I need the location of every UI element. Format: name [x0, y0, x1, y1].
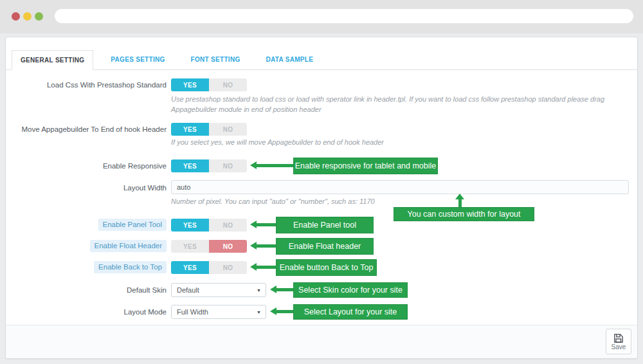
annotation-arrow-icon — [257, 266, 276, 269]
label-load-css: Load Css With Prestashop Standard — [6, 78, 167, 91]
select-value: Full Width — [177, 308, 208, 316]
label-enable-responsive: Enable Responsive — [6, 159, 167, 172]
label-enable-float-header: Enable Float Header — [6, 239, 167, 252]
layout-mode-select[interactable]: Full Width ▼ — [171, 305, 266, 319]
browser-chrome — [0, 0, 643, 33]
toggle-move-appagebuilder: YES NO — [171, 123, 247, 136]
toggle-load-css-yes[interactable]: YES — [171, 78, 209, 91]
screen: GENERAL SETTING PAGES SETTING FONT SETTI… — [0, 0, 643, 364]
toggle-load-css-no[interactable]: NO — [209, 78, 247, 91]
maximize-icon[interactable] — [35, 12, 43, 21]
annotation-layout-width: You can custom width for layout — [394, 207, 534, 221]
annotation-arrow-icon — [257, 244, 276, 248]
annotation-default-skin: Select Skin color for your site — [293, 282, 408, 298]
help-layout-width: Number of pixel. You can input "auto" or… — [171, 196, 493, 206]
annotation-arrow-icon — [257, 223, 276, 226]
panel-footer: Save — [6, 325, 637, 358]
tab-general-setting[interactable]: GENERAL SETTING — [12, 50, 93, 70]
tab-font-setting[interactable]: FONT SETTING — [183, 50, 249, 69]
annotation-arrow-icon — [276, 288, 293, 291]
close-icon[interactable] — [12, 12, 20, 21]
toggle-enable-back-to-top-no[interactable]: NO — [209, 261, 247, 274]
save-icon — [613, 333, 624, 343]
toggle-enable-responsive: YES NO — [171, 159, 247, 172]
save-button-label: Save — [611, 344, 626, 350]
select-value: Default — [177, 286, 199, 294]
toggle-enable-responsive-no[interactable]: NO — [209, 159, 247, 172]
annotation-arrow-icon — [276, 310, 293, 313]
label-chip: Enable Back to Top — [94, 261, 167, 273]
tab-data-sample[interactable]: DATA SAMPLE — [258, 50, 322, 69]
toggle-enable-back-to-top-yes[interactable]: YES — [171, 261, 209, 274]
default-skin-select[interactable]: Default ▼ — [171, 283, 266, 297]
label-layout-mode: Layout Mode — [6, 305, 167, 319]
minimize-icon[interactable] — [23, 12, 32, 21]
label-layout-width: Layout Width — [6, 181, 167, 195]
toggle-load-css: YES NO — [171, 78, 247, 91]
save-button[interactable]: Save — [606, 329, 631, 354]
annotation-float-header: Enable Float header — [276, 238, 374, 255]
label-enable-back-to-top: Enable Back to Top — [6, 260, 167, 273]
toggle-enable-panel-tool-yes[interactable]: YES — [171, 219, 209, 232]
help-load-css: Use prestashop standard to load css or l… — [171, 94, 637, 114]
label-default-skin: Default Skin — [6, 283, 167, 297]
toggle-enable-float-header-no[interactable]: NO — [209, 240, 247, 253]
label-chip: Enable Panel Tool — [98, 219, 167, 231]
label-chip: Enable Float Header — [90, 240, 167, 252]
chevron-down-icon: ▼ — [257, 288, 261, 293]
annotation-arrow-icon — [257, 164, 293, 167]
tab-bar: GENERAL SETTING PAGES SETTING FONT SETTI… — [6, 37, 637, 70]
annotation-arrow-up-icon — [458, 199, 462, 207]
toggle-move-appagebuilder-no[interactable]: NO — [209, 123, 247, 136]
annotation-layout-mode: Select Layout for your site — [293, 304, 408, 320]
chevron-down-icon: ▼ — [257, 310, 261, 314]
annotation-panel-tool: Enable Panel tool — [276, 217, 374, 233]
annotation-back-to-top: Enable button Back to Top — [276, 259, 377, 276]
label-enable-panel-tool: Enable Panel Tool — [6, 218, 167, 231]
label-move-appagebuilder: Move Appagebuilder To End of hook Header — [6, 123, 167, 136]
toggle-move-appagebuilder-yes[interactable]: YES — [171, 123, 209, 136]
toggle-enable-float-header: YES NO — [171, 240, 247, 253]
help-move-appagebuilder: If you select yes, we will move Appagebu… — [171, 137, 637, 147]
toggle-enable-panel-tool-no[interactable]: NO — [209, 219, 247, 232]
tab-pages-setting[interactable]: PAGES SETTING — [102, 50, 173, 69]
toggle-enable-float-header-yes[interactable]: YES — [171, 240, 209, 253]
url-bar[interactable] — [55, 9, 633, 23]
layout-width-input[interactable] — [171, 180, 629, 194]
toggle-enable-responsive-yes[interactable]: YES — [171, 159, 209, 172]
toggle-enable-back-to-top: YES NO — [171, 261, 247, 274]
settings-panel: GENERAL SETTING PAGES SETTING FONT SETTI… — [5, 37, 638, 359]
toggle-enable-panel-tool: YES NO — [171, 219, 247, 232]
annotation-responsive: Enable responsive for tablet and mobile — [293, 158, 438, 174]
